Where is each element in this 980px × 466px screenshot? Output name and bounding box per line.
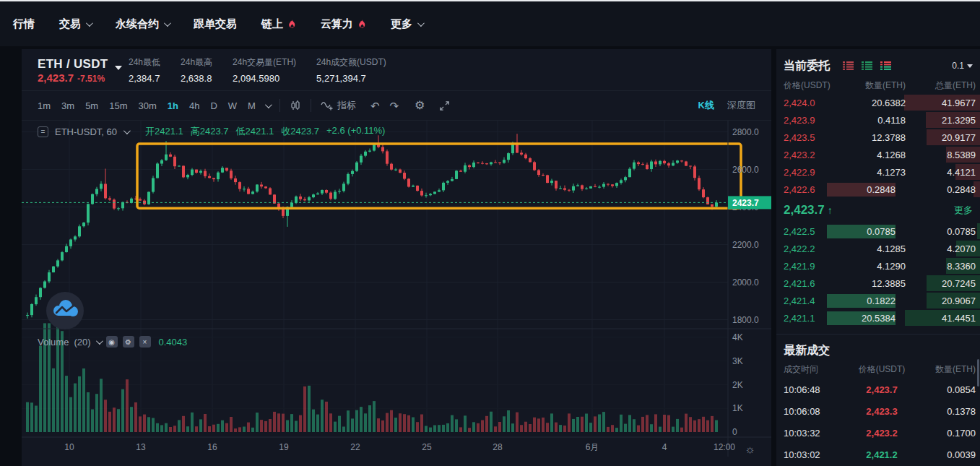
orderbook-ask-row[interactable]: 2,423.2 4.1268 8.5389 (776, 146, 980, 163)
nav-item-3[interactable]: 跟单交易 (194, 17, 237, 31)
bid-total: 20.9067 (896, 295, 976, 306)
chevron-down-icon[interactable] (95, 337, 103, 345)
svg-text:16: 16 (207, 442, 217, 452)
volume-legend: Volume (20) ◉ ⚙ × 0.4043 (38, 336, 187, 348)
fullscreen-button[interactable] (439, 100, 450, 111)
stat-label: 24h最高 (181, 56, 212, 69)
precision-value: 0.1 (952, 61, 964, 71)
orderbook-ask-row[interactable]: 2,423.5 12.3788 20.9177 (776, 129, 980, 146)
ask-price: 2,423.5 (784, 132, 837, 143)
interval-30m[interactable]: 30m (138, 100, 156, 111)
nav-item-0[interactable]: 行情 (13, 17, 35, 31)
nav-item-6[interactable]: 更多 (391, 17, 422, 31)
bid-price: 2,421.9 (784, 261, 837, 272)
pair-selector[interactable]: ETH / USDT (38, 57, 122, 72)
exchange-logo-watermark (46, 292, 84, 329)
col-trade-price: 价格(USDT) (846, 363, 918, 376)
orderbook-ask-row[interactable]: 2,423.9 0.4118 21.3295 (776, 111, 980, 129)
interval-5m[interactable]: 5m (85, 100, 98, 111)
nav-item-1[interactable]: 交易 (59, 17, 91, 31)
orderbook-bid-row[interactable]: 2,421.6 12.3885 20.7245 (776, 275, 980, 292)
trade-row: 10:06:08 2,423.3 0.1378 (776, 400, 980, 422)
ask-qty: 12.3788 (837, 131, 906, 144)
24h-stats: 24h最低 2,384.7 24h最高 2,638.8 24h交易量(ETH) … (129, 56, 386, 84)
interval-15m[interactable]: 15m (109, 100, 127, 111)
orderbook-ask-row[interactable]: 2,422.6 0.2848 0.2848 (776, 181, 980, 198)
svg-text:0: 0 (732, 427, 737, 437)
volume-title: Volume (38, 337, 69, 348)
bid-total: 41.4451 (896, 313, 976, 324)
mid-price[interactable]: 2,423.7 (784, 203, 825, 217)
tab-kline[interactable]: K线 (698, 99, 714, 112)
interval-3m[interactable]: 3m (61, 100, 74, 111)
orderbook-bid-row[interactable]: 2,422.2 4.1285 4.2070 (776, 240, 980, 257)
ask-qty: 20.6382 (837, 96, 906, 110)
ohlc-item: 收2423.7 (281, 125, 319, 138)
svg-text:2K: 2K (732, 380, 743, 390)
precision-dropdown[interactable]: 0.1 (952, 61, 973, 71)
col-trade-qty: 数量(ETH) (918, 363, 976, 376)
volume-settings-icon[interactable]: ⚙ (123, 336, 134, 348)
orderbook-ask-row[interactable]: 2,424.0 20.6382 41.9677 (776, 94, 980, 111)
stat-label: 24h交易量(ETH) (233, 56, 296, 69)
chart-toolbar: 1m3m5m15m30m1h4hDWM 指标 ↶ ↷ ⚙ K线 深度图 (22, 90, 771, 121)
window-top-edge (0, 0, 980, 1)
orderbook-ask-row[interactable]: 2,422.9 4.1273 4.4121 (776, 163, 980, 181)
more-link[interactable]: 更多 (954, 204, 973, 217)
redo-button[interactable]: ↷ (390, 100, 399, 111)
ask-qty: 0.4118 (837, 113, 906, 127)
combined-view-icon[interactable] (880, 61, 891, 70)
volume-remove-icon[interactable]: × (139, 336, 151, 348)
interval-1m[interactable]: 1m (38, 100, 51, 111)
nav-item-2[interactable]: 永续合约 (116, 17, 169, 31)
interval-W[interactable]: W (228, 100, 237, 111)
ask-total: 20.9177 (906, 132, 976, 143)
asks-only-view-icon[interactable] (843, 61, 854, 70)
theme-toggle-icon[interactable]: ☼ (745, 443, 755, 456)
trade-price: 2,421.2 (846, 449, 918, 460)
ask-total: 41.9677 (906, 98, 976, 108)
trade-time: 10:06:48 (784, 384, 846, 395)
bid-price: 2,421.6 (784, 278, 837, 289)
stat-label: 24h成交额(USDT) (316, 56, 386, 69)
nav-item-5[interactable]: 云算力 (321, 17, 366, 31)
svg-text:22: 22 (350, 442, 360, 452)
bids-list: 2,422.5 0.0785 0.0785 2,422.2 4.1285 4.2… (776, 223, 980, 327)
interval-D[interactable]: D (210, 100, 217, 111)
interval-4h[interactable]: 4h (189, 100, 199, 111)
bids-only-view-icon[interactable] (862, 61, 872, 70)
trades-scrollbar[interactable] (977, 359, 979, 387)
undo-button[interactable]: ↶ (370, 100, 380, 111)
interval-M[interactable]: M (248, 100, 256, 111)
orderbook-bid-row[interactable]: 2,421.4 0.1822 20.9067 (776, 292, 980, 309)
orderbook-bid-row[interactable]: 2,421.1 20.5384 41.4451 (776, 309, 980, 327)
chevron-down-icon[interactable] (123, 127, 131, 134)
svg-text:4K: 4K (732, 332, 743, 342)
orderbook-bid-row[interactable]: 2,422.5 0.0785 0.0785 (776, 223, 980, 240)
chart-properties-icon[interactable]: = (38, 126, 48, 137)
chevron-down-icon (115, 66, 122, 70)
interval-1h[interactable]: 1h (168, 100, 178, 111)
bid-qty: 0.0785 (827, 225, 896, 238)
settings-button[interactable]: ⚙ (415, 100, 425, 111)
tab-depth[interactable]: 深度图 (727, 99, 755, 112)
market-header: ETH / USDT 2,423.7 -7.51% 24h最低 2,384.7 … (22, 49, 771, 90)
ask-qty: 0.2848 (827, 183, 896, 197)
divider (311, 99, 311, 112)
orderbook-title: 当前委托 (784, 59, 830, 74)
candle-style-button[interactable] (290, 100, 301, 111)
volume-visibility-icon[interactable]: ◉ (106, 336, 118, 348)
bid-qty: 12.3885 (837, 277, 906, 290)
indicator-button[interactable]: 指标 (321, 99, 356, 112)
chevron-down-icon (86, 20, 93, 27)
ohlc-item: +2.6 (+0.11%) (326, 125, 385, 138)
flame-icon (288, 20, 296, 29)
svg-text:25: 25 (422, 442, 432, 452)
more-intervals-chevron-icon[interactable] (265, 101, 272, 108)
nav-item-4[interactable]: 链上 (261, 17, 296, 31)
trades-column-headers: 成交时间 价格(USDT) 数量(ETH) (776, 360, 980, 379)
orderbook-bid-row[interactable]: 2,421.9 4.1290 8.3360 (776, 257, 980, 275)
volume-value: 0.4043 (159, 337, 188, 348)
candlestick-chart[interactable]: 2800.02600.02400.02200.02000.01800.04K3K… (22, 121, 771, 466)
indicator-icon (321, 100, 334, 111)
